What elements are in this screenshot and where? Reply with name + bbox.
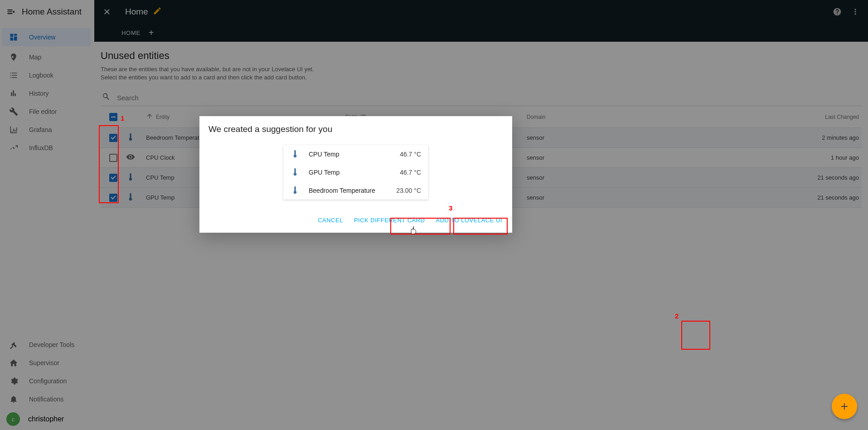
card-row[interactable]: Beedroom Temperature23.00 °C (283, 181, 428, 200)
thermometer-icon (291, 149, 301, 160)
card-entity-value: 46.7 °C (400, 151, 421, 158)
card-entity-name: CPU Temp (309, 151, 339, 158)
cancel-button[interactable]: Cancel (313, 213, 348, 227)
suggestion-dialog: We created a suggestion for you CPU Temp… (199, 116, 512, 233)
thermometer-icon (291, 167, 301, 178)
suggested-card: CPU Temp46.7 °CGPU Temp46.7 °CBeedroom T… (283, 145, 428, 200)
add-to-lovelace-button[interactable]: Add to Lovelace UI (431, 213, 507, 227)
card-row[interactable]: GPU Temp46.7 °C (283, 163, 428, 181)
add-card-fab[interactable]: + (832, 394, 857, 419)
thermometer-icon (291, 186, 301, 196)
card-entity-value: 46.7 °C (400, 169, 421, 176)
card-entity-name: Beedroom Temperature (309, 187, 375, 194)
card-entity-name: GPU Temp (309, 169, 339, 176)
card-row[interactable]: CPU Temp46.7 °C (283, 145, 428, 163)
pick-different-card-button[interactable]: Pick different card (349, 213, 430, 227)
dialog-title: We created a suggestion for you (199, 116, 512, 138)
card-entity-value: 23.00 °C (396, 187, 421, 194)
